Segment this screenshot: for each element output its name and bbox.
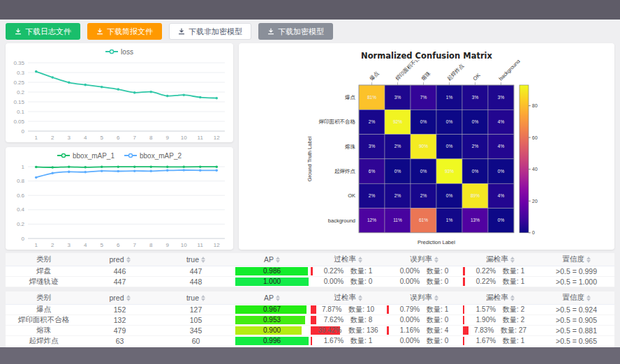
colorbar-tick: 80 xyxy=(532,103,538,108)
sort-caret-icon[interactable] xyxy=(586,295,591,301)
sort-caret-icon[interactable] xyxy=(276,257,280,263)
sort-caret-icon[interactable] xyxy=(434,295,438,301)
cell-miss-rate: 1.57%数量: 2 xyxy=(462,305,538,315)
matrix-cell-value: 0% xyxy=(446,144,453,149)
download-button-4[interactable]: 下载加密模型 xyxy=(258,23,333,40)
matrix-cell-value: 4% xyxy=(498,119,505,124)
data-point xyxy=(149,169,152,172)
cell-pred: 63 xyxy=(82,336,158,347)
data-point xyxy=(166,166,169,169)
download-button-1[interactable]: 下载日志文件 xyxy=(6,23,80,40)
data-point xyxy=(199,169,202,172)
rate-count: 数量: 0 xyxy=(427,278,448,286)
legend-item-loss[interactable]: loss xyxy=(105,48,133,56)
matrix-cell-value: 0% xyxy=(446,119,453,124)
cell-class-name: 爆点 xyxy=(6,305,82,315)
sort-caret-icon[interactable] xyxy=(510,295,515,301)
svg-text:10: 10 xyxy=(181,242,187,248)
legend-label: bbox_mAP_1 xyxy=(73,152,115,160)
rate-count: 数量: 1 xyxy=(350,337,372,345)
svg-text:5: 5 xyxy=(101,135,104,141)
column-header-误判率[interactable]: 误判率 xyxy=(386,253,462,266)
matrix-cell-value: 4% xyxy=(498,193,505,198)
sort-caret-icon[interactable] xyxy=(358,295,362,301)
rate-cell: 0.00%数量: 0 xyxy=(387,337,462,345)
rate-percent: 0.00% xyxy=(400,337,420,345)
column-header-pred[interactable]: pred xyxy=(82,253,158,266)
rate-percent: 1.57% xyxy=(476,305,496,314)
sort-caret-icon[interactable] xyxy=(510,257,515,263)
column-header-误判率[interactable]: 误判率 xyxy=(386,291,462,305)
sort-caret-icon[interactable] xyxy=(201,295,205,301)
sort-caret-icon[interactable] xyxy=(434,257,438,263)
col-label: 起焊炸点 xyxy=(446,62,466,82)
svg-text:1: 1 xyxy=(35,135,38,141)
rate-cell: 7.83%数量: 27 xyxy=(463,326,538,335)
cell-class-name: 焊盘 xyxy=(6,266,82,277)
confusion-matrix-card: Normalized Confusion Matrix 81%3%7%1%3%3… xyxy=(239,43,614,250)
rate-text: 0.00%数量: 0 xyxy=(311,278,385,286)
cell-misjudge-rate: 1.16%数量: 4 xyxy=(386,326,462,336)
cell-confidence: >0.5 = 0.965 xyxy=(538,336,614,347)
svg-text:7: 7 xyxy=(133,242,137,248)
column-header-AP[interactable]: AP xyxy=(234,291,310,305)
matrix-cell-value: 3% xyxy=(498,95,505,100)
cell-pred: 446 xyxy=(82,266,158,277)
rate-text: 1.16%数量: 4 xyxy=(387,326,462,335)
rate-text: 0.00%数量: 0 xyxy=(387,347,462,348)
column-header-置信度[interactable]: 置信度 xyxy=(538,291,614,305)
rate-text: 0.00%数量: 0 xyxy=(387,337,462,345)
svg-text:0: 0 xyxy=(22,236,25,242)
download-button-3[interactable]: 下载非加密模型 xyxy=(169,23,251,40)
ap-value: 0.953 xyxy=(235,316,309,324)
sort-caret-icon[interactable] xyxy=(126,295,131,301)
column-header-label: 漏检率 xyxy=(486,255,508,264)
column-header-类别: 类别 xyxy=(6,253,82,266)
cell-ap: 0.996 xyxy=(234,336,310,347)
rate-text: 7.87%数量: 10 xyxy=(311,305,385,314)
rate-count: 数量: 2 xyxy=(503,316,524,324)
sort-caret-icon[interactable] xyxy=(201,257,205,263)
column-header-漏检率[interactable]: 漏检率 xyxy=(462,253,538,266)
table-row: 焊印面积不合格1321050.9537.62%数量: 80.00%数量: 01.… xyxy=(6,315,614,326)
cell-ap: 0.986 xyxy=(234,266,310,277)
column-header-true[interactable]: true xyxy=(158,253,234,266)
column-header-置信度[interactable]: 置信度 xyxy=(538,253,614,266)
matrix-cell-value: 81% xyxy=(367,95,376,100)
button-label: 下载非加密模型 xyxy=(189,26,242,37)
matrix-cell-value: 1% xyxy=(446,95,453,100)
rate-count: 数量: 1 xyxy=(503,337,524,345)
download-button-2[interactable]: 下载简报文件 xyxy=(87,23,162,40)
sort-caret-icon[interactable] xyxy=(126,257,131,263)
legend-line-icon xyxy=(105,49,118,54)
svg-text:0.4: 0.4 xyxy=(17,206,25,213)
series-line-loss xyxy=(36,72,217,98)
button-label: 下载日志文件 xyxy=(25,26,71,37)
column-header-过检率[interactable]: 过检率 xyxy=(310,253,386,266)
rate-cell: 0.00%数量: 0 xyxy=(387,347,462,348)
column-header-漏检率[interactable]: 漏检率 xyxy=(462,291,538,305)
rate-cell: 0.79%数量: 1 xyxy=(387,305,462,314)
row-label: 起焊炸点 xyxy=(334,168,356,174)
cell-miss-rate: 1.90%数量: 2 xyxy=(462,315,538,326)
column-header-label: 误判率 xyxy=(410,255,432,264)
col-label: 爆点 xyxy=(369,70,381,82)
sort-caret-icon[interactable] xyxy=(276,295,280,301)
confusion-matrix-title: Normalized Confusion Matrix xyxy=(239,43,614,60)
rate-percent: 117.00% xyxy=(316,347,344,348)
column-header-true[interactable]: true xyxy=(158,291,234,305)
cell-over-rate: 0.00%数量: 0 xyxy=(310,277,386,287)
data-point xyxy=(84,171,87,174)
column-header-AP[interactable]: AP xyxy=(234,253,310,266)
legend-item-bbox_mAP_2[interactable]: bbox_mAP_2 xyxy=(124,152,182,160)
sort-caret-icon[interactable] xyxy=(358,257,362,263)
legend-item-bbox_mAP_1[interactable]: bbox_mAP_1 xyxy=(57,152,115,160)
ap-value: 0.929 xyxy=(235,347,309,348)
sort-caret-icon[interactable] xyxy=(586,257,591,263)
column-header-pred[interactable]: pred xyxy=(82,291,158,305)
matrix-cell-value: 13% xyxy=(471,218,480,222)
row-label: 熔珠 xyxy=(345,144,356,150)
cell-class-name: 起焊炸点 xyxy=(6,336,82,347)
svg-text:0.2: 0.2 xyxy=(17,221,25,227)
column-header-过检率[interactable]: 过检率 xyxy=(310,291,386,305)
